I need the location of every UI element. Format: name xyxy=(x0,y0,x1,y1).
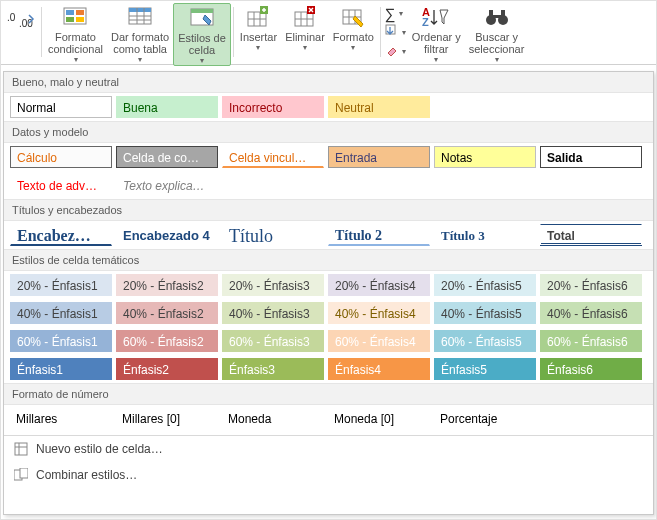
svg-rect-41 xyxy=(15,443,27,455)
style-accent4-20[interactable]: 20% - Énfasis4 xyxy=(328,274,430,296)
style-accent2[interactable]: Énfasis2 xyxy=(116,358,218,380)
style-bad[interactable]: Incorrecto xyxy=(222,96,324,118)
find-select-button[interactable]: Buscar y seleccionar ▾ xyxy=(465,3,529,64)
new-cell-style-label: Nuevo estilo de celda… xyxy=(36,442,163,456)
style-accent3-60[interactable]: 60% - Énfasis3 xyxy=(222,330,324,352)
style-currency0[interactable]: Moneda [0] xyxy=(328,408,430,430)
svg-rect-38 xyxy=(489,10,493,16)
style-accent1-20[interactable]: 20% - Énfasis1 xyxy=(10,274,112,296)
fill-button[interactable]: ▾ xyxy=(385,24,406,41)
increase-decimal-icon: .0.00 xyxy=(7,7,35,31)
style-heading4[interactable]: Encabezado 4 xyxy=(116,224,218,246)
cell-styles-label: Estilos de celda xyxy=(178,32,226,56)
style-normal[interactable]: Normal xyxy=(10,96,112,118)
binoculars-icon xyxy=(484,5,510,29)
delete-label: Eliminar xyxy=(285,31,325,43)
style-title[interactable]: Título xyxy=(222,224,324,246)
style-explanatory-text[interactable]: Texto explica… xyxy=(116,174,218,196)
increase-decimal-button[interactable]: .0.00 xyxy=(1,3,39,31)
format-label: Formato xyxy=(333,31,374,43)
svg-text:Z: Z xyxy=(422,16,429,28)
style-accent4-60[interactable]: 60% - Énfasis4 xyxy=(328,330,430,352)
dropdown-caret-icon: ▾ xyxy=(495,55,499,64)
cell-styles-gallery: Bueno, malo y neutral Normal Buena Incor… xyxy=(3,71,654,515)
svg-rect-40 xyxy=(493,15,501,18)
fill-down-icon xyxy=(385,24,399,41)
conditional-formatting-button[interactable]: Formato condicional ▾ xyxy=(44,3,107,64)
section-data-model: Datos y modelo xyxy=(4,121,653,143)
merge-styles-icon xyxy=(14,468,28,482)
cell-styles-icon xyxy=(189,6,215,30)
style-accent5[interactable]: Énfasis5 xyxy=(434,358,536,380)
style-output[interactable]: Salida xyxy=(540,146,642,168)
style-comma[interactable]: Millares xyxy=(10,408,112,430)
section-titles-headings: Títulos y encabezados xyxy=(4,199,653,221)
dropdown-caret-icon: ▾ xyxy=(402,47,406,56)
format-as-table-label: Dar formato como tabla xyxy=(111,31,169,55)
dropdown-caret-icon: ▾ xyxy=(399,9,403,18)
merge-styles-label: Combinar estilos… xyxy=(36,468,137,482)
ribbon: .0.00 Formato condicional ▾ Dar formato … xyxy=(1,1,656,65)
delete-cells-icon xyxy=(293,5,317,29)
insert-cells-icon xyxy=(246,5,270,29)
style-accent2-20[interactable]: 20% - Énfasis2 xyxy=(116,274,218,296)
cell-styles-button[interactable]: Estilos de celda ▾ xyxy=(173,3,231,66)
style-heading1[interactable]: Encabez… xyxy=(10,224,112,246)
svg-rect-45 xyxy=(20,468,28,478)
style-accent5-20[interactable]: 20% - Énfasis5 xyxy=(434,274,536,296)
svg-rect-3 xyxy=(66,10,74,15)
conditional-formatting-icon xyxy=(62,5,90,29)
style-accent1[interactable]: Énfasis1 xyxy=(10,358,112,380)
style-linked-cell[interactable]: Celda vincul… xyxy=(222,146,324,168)
style-title2[interactable]: Título 2 xyxy=(328,224,430,246)
style-accent6[interactable]: Énfasis6 xyxy=(540,358,642,380)
style-accent6-20[interactable]: 20% - Énfasis6 xyxy=(540,274,642,296)
style-input[interactable]: Entrada xyxy=(328,146,430,168)
svg-rect-4 xyxy=(76,10,84,15)
dropdown-caret-icon: ▾ xyxy=(138,55,142,64)
autosum-button[interactable]: ∑▾ xyxy=(385,5,406,22)
style-accent1-60[interactable]: 60% - Énfasis1 xyxy=(10,330,112,352)
svg-rect-14 xyxy=(191,9,213,13)
style-note[interactable]: Notas xyxy=(434,146,536,168)
style-accent2-60[interactable]: 60% - Énfasis2 xyxy=(116,330,218,352)
style-accent4-40[interactable]: 40% - Énfasis4 xyxy=(328,302,430,324)
merge-styles-menuitem[interactable]: Combinar estilos… xyxy=(4,462,653,488)
style-warning-text[interactable]: Texto de adv… xyxy=(10,174,112,196)
dropdown-caret-icon: ▾ xyxy=(74,55,78,64)
clear-button[interactable]: ▾ xyxy=(385,43,406,60)
svg-rect-5 xyxy=(66,17,74,22)
style-accent6-60[interactable]: 60% - Énfasis6 xyxy=(540,330,642,352)
style-accent4[interactable]: Énfasis4 xyxy=(328,358,430,380)
section-themed-styles: Estilos de celda temáticos xyxy=(4,249,653,271)
style-calculation[interactable]: Cálculo xyxy=(10,146,112,168)
style-percent[interactable]: Porcentaje xyxy=(434,408,536,430)
format-as-table-button[interactable]: Dar formato como tabla ▾ xyxy=(107,3,173,64)
style-accent5-60[interactable]: 60% - Énfasis5 xyxy=(434,330,536,352)
style-neutral[interactable]: Neutral xyxy=(328,96,430,118)
style-accent3-40[interactable]: 40% - Énfasis3 xyxy=(222,302,324,324)
style-comma0[interactable]: Millares [0] xyxy=(116,408,218,430)
eraser-icon xyxy=(385,43,399,60)
insert-button[interactable]: Insertar ▾ xyxy=(236,3,281,52)
new-cell-style-menuitem[interactable]: Nuevo estilo de celda… xyxy=(4,436,653,462)
style-accent3-20[interactable]: 20% - Énfasis3 xyxy=(222,274,324,296)
style-check-cell[interactable]: Celda de co… xyxy=(116,146,218,168)
dropdown-caret-icon: ▾ xyxy=(351,43,355,52)
style-accent2-40[interactable]: 40% - Énfasis2 xyxy=(116,302,218,324)
style-accent5-40[interactable]: 40% - Énfasis5 xyxy=(434,302,536,324)
style-currency[interactable]: Moneda xyxy=(222,408,324,430)
sigma-icon: ∑ xyxy=(385,5,396,22)
ribbon-separator xyxy=(41,7,42,57)
style-good[interactable]: Buena xyxy=(116,96,218,118)
style-accent6-40[interactable]: 40% - Énfasis6 xyxy=(540,302,642,324)
style-title3[interactable]: Título 3 xyxy=(434,224,536,246)
style-accent3[interactable]: Énfasis3 xyxy=(222,358,324,380)
format-button[interactable]: Formato ▾ xyxy=(329,3,378,52)
editing-small-group: ∑▾ ▾ ▾ xyxy=(383,3,408,60)
delete-button[interactable]: Eliminar ▾ xyxy=(281,3,329,52)
style-accent1-40[interactable]: 40% - Énfasis1 xyxy=(10,302,112,324)
format-cells-icon xyxy=(341,5,365,29)
sort-filter-button[interactable]: AZ Ordenar y filtrar ▾ xyxy=(408,3,465,64)
style-total[interactable]: Total xyxy=(540,224,642,246)
